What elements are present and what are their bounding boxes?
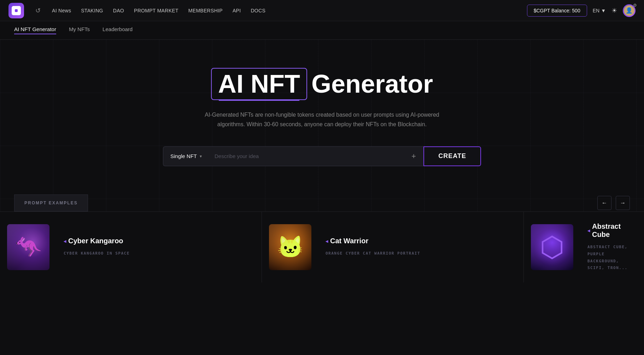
card-image-cat-warrior [262,212,318,283]
abstract-cube-image [531,224,573,270]
cards-container: ◂ Cyber Kangaroo CYBER KANGAROO IN SPACE… [0,211,644,283]
card-desc-abstract-cube: ABSTRACT CUBE, PURPLE BACKGROUND, SCIFI,… [587,244,637,272]
card-image-cyber-kangaroo [0,212,57,283]
nav-links: AI News STAKING DAO PROMPT MARKET MEMBER… [52,8,516,13]
input-area: Single NFT ▾ + CREATE [163,146,481,166]
tab-ai-nft-generator[interactable]: AI NFT Generator [14,26,56,34]
chevron-down-icon: ▾ [200,154,202,159]
avatar-container[interactable]: 👤 ⚙ [623,4,636,17]
card-arrow-icon-2: ◂ [326,238,328,244]
plus-button[interactable]: + [404,146,423,166]
gear-icon: ⚙ [633,3,637,8]
nav-link-dao[interactable]: DAO [113,8,124,13]
create-button[interactable]: CREATE [423,146,481,166]
example-card-cat-warrior[interactable]: ◂ Cat Warrior ORANGE CYBER CAT WARRIOR P… [262,212,524,283]
card-info-cyber-kangaroo: ◂ Cyber Kangaroo CYBER KANGAROO IN SPACE [57,212,262,283]
logo-icon [12,6,21,15]
theme-toggle-icon[interactable]: ☀ [611,7,617,14]
hero-section: AI NFT Generator AI-Generated NFTs are n… [0,68,644,194]
hero-title-plain: Generator [311,70,433,98]
cat-warrior-image [269,224,311,270]
prev-arrow-button[interactable]: ← [597,196,611,210]
nav-link-docs[interactable]: DOCS [251,8,265,13]
tab-my-nfts[interactable]: My NFTs [69,26,90,34]
card-image-abstract-cube [524,212,580,283]
sub-nav: AI NFT Generator My NFTs Leaderboard [0,21,644,40]
cyber-kangaroo-image [7,224,49,270]
nav-link-membership[interactable]: MEMBERSHIP [188,8,223,13]
hero-subtitle: AI-Generated NFTs are non-fungible token… [195,110,449,129]
balance-button[interactable]: $CGPT Balance: 500 [527,5,587,17]
card-name-cyber-kangaroo: ◂ Cyber Kangaroo [64,237,254,245]
logo-button[interactable] [8,3,24,18]
card-info-cat-warrior: ◂ Cat Warrior ORANGE CYBER CAT WARRIOR P… [318,212,523,283]
main-content: AI NFT Generator AI-Generated NFTs are n… [0,40,644,283]
idea-input[interactable] [209,146,404,166]
nav-link-prompt-market[interactable]: PROMPT MARKET [134,8,178,13]
nft-type-label: Single NFT [170,153,197,159]
card-desc-cyber-kangaroo: CYBER KANGAROO IN SPACE [64,250,254,257]
nav-link-api[interactable]: API [233,8,241,13]
card-name-cat-warrior: ◂ Cat Warrior [326,237,516,245]
refresh-icon[interactable]: ↺ [35,7,41,14]
card-info-abstract-cube: ◂ Abstract Cube ABSTRACT CUBE, PURPLE BA… [580,212,644,283]
nav-arrows: ← → [597,196,630,210]
language-selector[interactable]: EN ▼ [593,8,606,13]
examples-section: PROMPT EXAMPLES ← → ◂ Cyber Kangaroo CYB… [0,194,644,283]
tab-leaderboard[interactable]: Leaderboard [103,26,133,34]
card-arrow-icon-3: ◂ [587,228,590,233]
nav-link-staking[interactable]: STAKING [81,8,103,13]
language-label: EN [593,8,599,13]
nft-type-dropdown[interactable]: Single NFT ▾ [163,146,209,166]
card-arrow-icon: ◂ [64,238,66,244]
language-chevron-icon: ▼ [601,8,606,13]
card-name-abstract-cube: ◂ Abstract Cube [587,222,637,239]
example-card-cyber-kangaroo[interactable]: ◂ Cyber Kangaroo CYBER KANGAROO IN SPACE [0,212,262,283]
nav-link-ai-news[interactable]: AI News [52,8,71,13]
example-card-abstract-cube[interactable]: ◂ Abstract Cube ABSTRACT CUBE, PURPLE BA… [524,212,644,283]
prompt-examples-label: PROMPT EXAMPLES [14,194,88,211]
hero-title-highlighted: AI NFT [211,68,307,100]
card-desc-cat-warrior: ORANGE CYBER CAT WARRIOR PORTRAIT [326,250,516,257]
hero-title: AI NFT Generator [211,68,433,100]
examples-header: PROMPT EXAMPLES ← → [0,194,644,211]
nav-right: $CGPT Balance: 500 EN ▼ ☀ 👤 ⚙ [527,4,636,17]
top-nav: ↺ AI News STAKING DAO PROMPT MARKET MEMB… [0,0,644,21]
next-arrow-button[interactable]: → [616,196,630,210]
